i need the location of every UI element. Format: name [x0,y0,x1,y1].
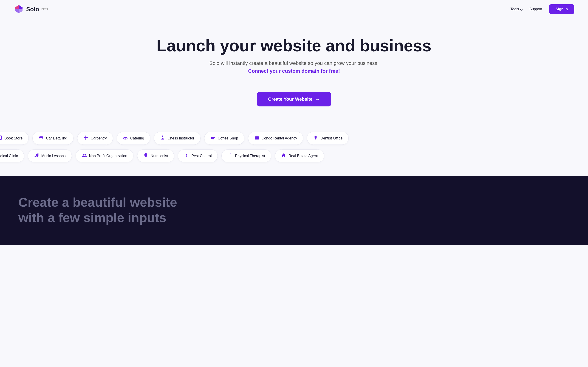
tools-menu[interactable]: Tools [510,7,522,11]
logo-text: Solo [26,6,39,13]
category-pill-book-store[interactable]: Book Store [0,132,29,145]
chevron-down-icon [520,7,523,10]
category-pill-condo-rental-agency[interactable]: Condo Rental Agency [248,132,303,145]
real-estate-agent-icon [281,153,286,159]
category-pill-physical-therapist[interactable]: Physical Therapist [221,149,271,162]
coffee-shop-icon [210,135,216,141]
category-pill-pest-control[interactable]: Pest Control [178,149,218,162]
nutritionist-label: Nutritionist [151,154,168,158]
category-pill-catering[interactable]: Catering [117,132,150,145]
create-website-button[interactable]: Create Your Website → [257,92,331,106]
music-lessons-label: Music Lessons [41,154,66,158]
condo-rental-agency-label: Condo Rental Agency [262,136,297,140]
category-pill-nutritionist[interactable]: Nutritionist [137,149,174,162]
carpentry-label: Carpentry [91,136,107,140]
car-detailing-icon [39,135,44,141]
pest-control-icon [184,153,189,159]
category-row-1: Book StoreCar DetailingCarpentryCatering… [0,129,349,147]
pest-control-label: Pest Control [191,154,212,158]
category-pill-chess-instructor[interactable]: Chess Instructor [154,132,200,145]
svg-rect-1 [0,136,1,140]
solo-logo-icon [14,4,24,14]
physical-therapist-icon [228,153,233,159]
svg-point-7 [35,156,36,157]
svg-point-4 [124,137,128,139]
svg-point-8 [37,156,38,157]
dark-line2: with a few simple inputs [18,210,166,225]
svg-point-9 [186,154,187,156]
logo: Solo BETA [14,4,48,14]
car-detailing-label: Car Detailing [46,136,67,140]
svg-rect-5 [255,136,259,140]
carpentry-icon [83,135,88,141]
non-profit-label: Non Profit Organization [89,154,127,158]
category-pill-dentist-office[interactable]: Dentist Office [307,132,349,145]
dentist-office-icon [313,135,318,141]
chess-instructor-icon [160,135,165,141]
category-pill-car-detailing[interactable]: Car Detailing [32,132,73,145]
catering-icon [123,135,128,141]
signin-button[interactable]: Sign In [549,4,574,14]
dark-section: Create a beautiful website with a few si… [0,176,588,245]
navbar: Solo BETA Tools Support Sign In [0,0,588,18]
chess-instructor-label: Chess Instructor [167,136,194,140]
create-website-label: Create Your Website [268,97,312,102]
hero-subtext: Solo will instantly create a beautiful w… [9,60,579,66]
category-pill-medical-clinic[interactable]: Medical Clinic [0,149,24,162]
category-pill-coffee-shop[interactable]: Coffee Shop [204,132,244,145]
catering-label: Catering [130,136,144,140]
hero-headline: Launch your website and business [9,37,579,55]
categories-section: Book StoreCar DetailingCarpentryCatering… [0,120,588,176]
category-pill-music-lessons[interactable]: Music Lessons [28,149,72,162]
arrow-right-icon: → [315,97,320,102]
nav-right: Tools Support Sign In [510,4,574,14]
svg-point-10 [230,153,231,154]
support-link[interactable]: Support [529,7,542,11]
coffee-shop-label: Coffee Shop [218,136,238,140]
category-pill-carpentry[interactable]: Carpentry [77,132,113,145]
dentist-office-label: Dentist Office [320,136,342,140]
book-store-icon [0,135,2,141]
logo-beta: BETA [41,8,48,10]
dark-line1: Create a beautiful website [18,195,177,209]
nutritionist-icon [143,153,148,159]
domain-link[interactable]: Connect your custom domain for free! [9,68,579,74]
svg-rect-3 [86,135,86,140]
condo-rental-agency-icon [254,135,259,141]
non-profit-icon [82,153,87,159]
medical-clinic-label: Medical Clinic [0,154,18,158]
hero-section: Launch your website and business Solo wi… [0,18,588,120]
music-lessons-icon [34,153,39,159]
dark-headline: Create a beautiful website with a few si… [18,194,570,225]
tools-label: Tools [510,7,519,11]
category-pill-real-estate-agent[interactable]: Real Estate Agent [275,149,324,162]
book-store-label: Book Store [4,136,23,140]
category-row-2: Medical ClinicMusic LessonsNon Profit Or… [0,147,324,165]
real-estate-agent-label: Real Estate Agent [288,154,318,158]
category-pill-non-profit[interactable]: Non Profit Organization [76,149,133,162]
physical-therapist-label: Physical Therapist [235,154,265,158]
